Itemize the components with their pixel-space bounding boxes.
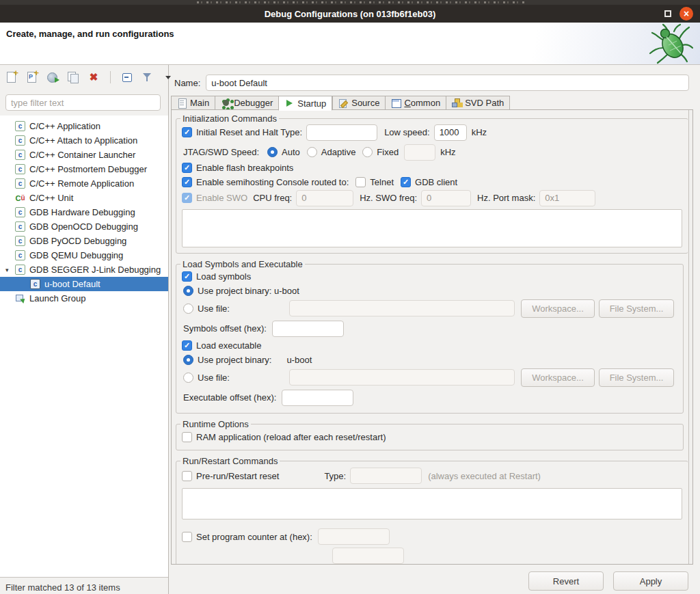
telnet-checkbox[interactable]	[355, 177, 366, 187]
tree-item[interactable]: Launch Group	[0, 291, 168, 306]
tree-item-label: C/C++ Remote Application	[29, 178, 134, 189]
prerun-reset-label: Pre-run/Restart reset	[196, 471, 279, 481]
window-title: Debug Configurations (on 013fb6f1eb03)	[265, 9, 436, 19]
symbols-use-file-radio[interactable]	[183, 303, 193, 314]
svd-tab-icon	[452, 98, 461, 107]
group-title: Load Symbols and Executable	[180, 259, 305, 269]
duplicate-config-icon[interactable]	[67, 71, 79, 83]
background-window-text	[197, 1, 525, 3]
new-config-icon[interactable]	[5, 71, 18, 83]
exec-workspace-button: Workspace...	[521, 368, 595, 387]
close-icon[interactable]: ×	[679, 7, 693, 21]
menu-arrow-icon[interactable]	[162, 71, 174, 83]
tab-debugger[interactable]: Debugger	[215, 96, 278, 110]
export-config-icon[interactable]	[46, 71, 59, 83]
set-pc-checkbox[interactable]	[182, 532, 192, 542]
set-pc-label: Set program counter at (hex):	[196, 532, 312, 542]
tree-item[interactable]: GDB QEMU Debugging	[0, 248, 168, 262]
exec-offset-input[interactable]	[282, 390, 353, 406]
config-tree: C/C++ ApplicationC/C++ Attach to Applica…	[0, 116, 168, 578]
symbols-offset-label: Symbols offset (hex):	[183, 323, 267, 334]
exec-file-input	[289, 369, 515, 386]
c-app-icon	[15, 221, 25, 232]
tree-item-label: C/C++ Unit	[29, 193, 73, 203]
name-label: Name:	[174, 78, 200, 88]
filter-icon[interactable]	[142, 71, 154, 83]
name-input[interactable]	[206, 75, 689, 91]
filter-input[interactable]	[5, 94, 161, 111]
tree-item-label: GDB SEGGER J-Link Debugging	[29, 265, 161, 275]
load-symbols-checkbox[interactable]	[182, 271, 192, 282]
expander-icon[interactable]: ▾	[4, 267, 15, 273]
tree-item-label: Launch Group	[29, 293, 85, 303]
symbols-offset-input[interactable]	[272, 321, 344, 337]
tree-item[interactable]: ▾GDB SEGGER J-Link Debugging	[0, 262, 168, 277]
tree-item-label: C/C++ Container Launcher	[29, 150, 135, 160]
tree-item[interactable]: GDB OpenOCD Debugging	[0, 219, 168, 234]
delete-config-icon[interactable]: ✖	[88, 71, 100, 83]
prerun-reset-checkbox[interactable]	[182, 471, 192, 481]
gdb-client-checkbox[interactable]	[401, 177, 411, 187]
swo-freq-label: Hz. SWO freq:	[360, 193, 417, 203]
symbols-workspace-button: Workspace...	[521, 299, 595, 318]
exec-use-file-radio[interactable]	[183, 373, 193, 383]
c-app-icon	[15, 164, 25, 174]
main-tab-icon	[177, 98, 187, 107]
cpu-freq-label: CPU freq:	[253, 193, 292, 203]
tree-item[interactable]: C/C++ Unit	[0, 191, 168, 205]
group-title: Runtime Options	[180, 419, 251, 429]
new-prototype-icon[interactable]: P	[26, 71, 38, 83]
enable-swo-checkbox	[182, 193, 192, 203]
tab-svd-path[interactable]: SVD Path	[446, 96, 510, 110]
tab-common[interactable]: Common	[385, 96, 446, 110]
tab-startup[interactable]: Startup	[278, 96, 332, 111]
reset-type-input[interactable]	[306, 124, 377, 141]
c-app-icon	[30, 279, 40, 289]
group-initialization-commands: Initialization Commands Initial Reset an…	[176, 113, 688, 254]
apply-button[interactable]: Apply	[613, 571, 688, 591]
tab-main[interactable]: Main	[171, 96, 215, 110]
filter-status: Filter matched 13 of 13 items	[5, 582, 120, 593]
swo-freq-input	[421, 190, 471, 206]
maximize-icon[interactable]	[664, 10, 671, 17]
tab-source[interactable]: Source	[332, 96, 385, 110]
tree-item[interactable]: C/C++ Attach to Application	[0, 133, 168, 148]
group-run-restart-commands: Run/Restart Commands Pre-run/Restart res…	[176, 456, 688, 564]
exec-project-binary-label: Use project binary:	[198, 355, 271, 365]
tree-item[interactable]: GDB Hardware Debugging	[0, 205, 168, 219]
fixed-speed-input	[404, 144, 435, 161]
initial-reset-checkbox[interactable]	[182, 127, 192, 137]
revert-button[interactable]: Revert	[528, 571, 604, 591]
vertical-scrollbar[interactable]	[688, 110, 692, 564]
flash-breakpoints-label: Enable flash breakpoints	[196, 163, 293, 173]
load-symbols-label: Load symbols	[196, 271, 251, 282]
tab-label: Debugger	[234, 98, 273, 108]
jtag-fixed-radio[interactable]	[362, 147, 373, 157]
tree-item[interactable]: C/C++ Container Launcher	[0, 148, 168, 162]
symbols-file-input	[289, 300, 515, 316]
prerun-type-input	[350, 468, 422, 484]
tree-child-item[interactable]: u-boot Default	[0, 277, 168, 291]
tree-item[interactable]: GDB PyOCD Debugging	[0, 234, 168, 248]
name-row: Name:	[174, 74, 689, 92]
tab-content-area: Initialization Commands Initial Reset an…	[171, 109, 693, 565]
collapse-all-icon[interactable]	[121, 71, 133, 83]
tree-item-label: GDB OpenOCD Debugging	[29, 221, 138, 232]
exec-project-binary-radio[interactable]	[183, 355, 193, 365]
low-speed-input[interactable]	[434, 124, 467, 141]
jtag-adaptive-radio[interactable]	[307, 147, 317, 157]
tree-item-label: C/C++ Application	[29, 121, 100, 131]
tree-item[interactable]: C/C++ Remote Application	[0, 176, 168, 191]
tree-item[interactable]: C/C++ Postmortem Debugger	[0, 162, 168, 176]
tree-item[interactable]: C/C++ Application	[0, 119, 168, 133]
dialog-button-row: Revert Apply	[528, 571, 688, 591]
init-commands-textarea[interactable]	[182, 209, 682, 247]
semihosting-checkbox[interactable]	[182, 177, 192, 187]
jtag-auto-radio[interactable]	[267, 147, 278, 157]
ram-application-checkbox[interactable]	[182, 432, 192, 442]
symbols-project-binary-radio[interactable]	[183, 286, 193, 296]
sidebar-toolbar: P✖	[5, 69, 174, 85]
flash-breakpoints-checkbox[interactable]	[182, 163, 192, 173]
run-commands-textarea[interactable]	[182, 488, 682, 519]
load-executable-checkbox[interactable]	[182, 340, 192, 351]
